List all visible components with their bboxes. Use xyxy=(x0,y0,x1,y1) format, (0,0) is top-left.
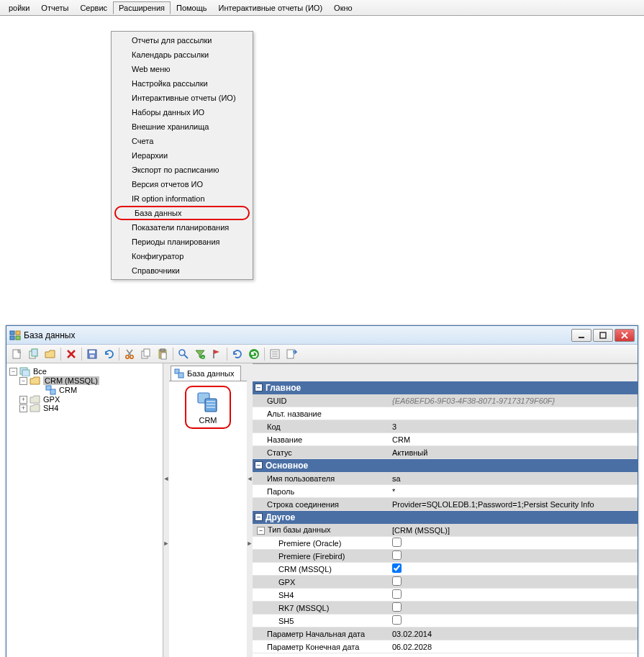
dd-web-menu[interactable]: Web меню xyxy=(112,62,253,76)
collapse-icon[interactable]: − xyxy=(257,527,265,535)
tb-open-icon[interactable] xyxy=(42,346,58,362)
dd-mailing-calendar[interactable]: Календарь рассылки xyxy=(112,47,253,62)
section-main[interactable]: −Главное xyxy=(253,381,638,394)
prop-val-status[interactable]: Активный xyxy=(389,448,638,458)
prop-key-firebird: Premiere (Firebird) xyxy=(253,551,389,561)
folder-stack-icon xyxy=(19,366,31,376)
dd-reports-mailing[interactable]: Отчеты для рассылки xyxy=(112,33,253,47)
prop-val-start-date[interactable]: 03.02.2014 xyxy=(389,629,638,639)
collapse-icon[interactable]: − xyxy=(9,368,17,376)
tree-node-crm-mssql[interactable]: − CRM (MSSQL) xyxy=(9,376,160,385)
tb-save-icon[interactable] xyxy=(84,346,100,362)
chk-sh5[interactable] xyxy=(392,615,402,625)
tb-refresh-blue-icon[interactable] xyxy=(230,346,245,362)
collapse-icon[interactable]: − xyxy=(255,461,263,469)
menu-reports[interactable]: Отчеты xyxy=(35,1,74,14)
dd-planning-periods[interactable]: Периоды планирования xyxy=(112,235,253,249)
tb-export-icon[interactable] xyxy=(284,346,299,362)
menu-interactive-reports[interactable]: Интерактивные отчеты (ИО) xyxy=(213,1,329,14)
dd-ir-option[interactable]: IR option information xyxy=(112,191,253,206)
menu-extensions[interactable]: Расширения xyxy=(113,1,171,14)
section-other[interactable]: −Другое xyxy=(253,511,638,524)
tb-cut-icon[interactable] xyxy=(122,346,137,362)
dd-hierarchies[interactable]: Иерархии xyxy=(112,148,253,163)
prop-key-user: Имя пользователя xyxy=(253,474,389,484)
dd-accounts[interactable]: Счета xyxy=(112,134,253,148)
titlebar[interactable]: База данных xyxy=(6,326,638,345)
prop-val-altname[interactable] xyxy=(389,413,638,414)
prop-val-dbtype[interactable]: [CRM (MSSQL)] xyxy=(389,525,638,535)
chk-sh4[interactable] xyxy=(392,589,402,599)
dd-io-datasets[interactable]: Наборы данных ИО xyxy=(112,105,253,119)
tb-delete-icon[interactable] xyxy=(63,346,79,362)
dd-mailing-settings[interactable]: Настройка рассылки xyxy=(112,76,253,91)
prop-val-guid[interactable]: {EA68EFD6-9F03-4F38-8071-97173179F60F} xyxy=(389,396,638,406)
dd-io-version[interactable]: Версия отчетов ИО xyxy=(112,177,253,191)
chk-crm-mssql[interactable] xyxy=(392,563,402,573)
maximize-button[interactable] xyxy=(593,329,613,342)
svg-rect-21 xyxy=(144,349,150,356)
tree-root[interactable]: − Все xyxy=(9,366,160,376)
prop-val-password[interactable]: * xyxy=(389,486,638,497)
tb-new-icon[interactable] xyxy=(9,346,25,362)
prop-key-name: Название xyxy=(253,435,389,445)
tree-node-label: GPX xyxy=(43,395,60,404)
prop-val-connstr[interactable]: Provider=SQLOLEDB.1;Password=1;Persist S… xyxy=(389,499,638,509)
tb-filter-green-icon[interactable]: + xyxy=(192,346,208,362)
tree-node-sh4[interactable]: + SH4 xyxy=(9,404,160,412)
collapse-icon[interactable]: − xyxy=(19,377,27,385)
menu-settings[interactable]: ройки xyxy=(3,1,35,14)
minimize-button[interactable] xyxy=(571,329,591,342)
chk-gpx[interactable] xyxy=(392,576,402,586)
close-button[interactable] xyxy=(614,329,635,342)
tree-node-gpx[interactable]: + GPX xyxy=(9,395,160,404)
database-large-icon xyxy=(196,391,219,413)
prop-val-user[interactable]: sa xyxy=(389,474,638,484)
prop-val-name[interactable]: CRM xyxy=(389,435,638,445)
property-grid: −Главное GUID{EA68EFD6-9F03-4F38-8071-97… xyxy=(253,363,638,657)
chk-oracle[interactable] xyxy=(392,538,402,547)
dd-configurator[interactable]: Конфигуратор xyxy=(112,249,253,263)
tb-undo-icon[interactable] xyxy=(101,346,117,362)
tb-list-icon[interactable] xyxy=(267,346,283,362)
collapse-icon[interactable]: − xyxy=(255,384,263,391)
splitter-2[interactable]: ◄ ► xyxy=(247,363,253,657)
expand-icon[interactable]: + xyxy=(19,404,27,412)
svg-rect-2 xyxy=(16,331,20,335)
dd-references[interactable]: Справочники xyxy=(112,263,253,278)
menu-window[interactable]: Окно xyxy=(328,1,358,14)
center-pane: База данных CRM xyxy=(169,363,247,657)
tb-copy-icon[interactable] xyxy=(26,346,42,362)
chk-rk7[interactable] xyxy=(392,602,402,612)
dd-external-storage[interactable]: Внешние хранилища xyxy=(112,119,253,134)
section-primary[interactable]: −Основное xyxy=(253,459,638,472)
collapse-icon[interactable]: − xyxy=(255,513,263,521)
tree-node-label: CRM (MSSQL) xyxy=(43,376,99,385)
tree-leaf-crm[interactable]: CRM xyxy=(9,385,160,395)
tree-root-label: Все xyxy=(33,367,47,376)
svg-line-26 xyxy=(184,355,188,358)
splitter[interactable]: ◄ ► xyxy=(163,363,169,657)
dd-scheduled-export[interactable]: Экспорт по расписанию xyxy=(112,163,253,177)
prop-val-code[interactable]: 3 xyxy=(389,422,638,432)
dd-database[interactable]: База данных xyxy=(114,206,250,220)
tb-copy2-icon[interactable] xyxy=(138,346,154,362)
dd-planning-indicators[interactable]: Показатели планирования xyxy=(112,220,253,235)
prop-key-dbtype[interactable]: −Тип базы данных xyxy=(253,525,389,535)
prop-val-end-date[interactable]: 06.02.2028 xyxy=(389,642,638,652)
svg-rect-38 xyxy=(50,389,55,394)
tb-search-icon[interactable] xyxy=(176,346,191,362)
chk-firebird[interactable] xyxy=(392,550,402,560)
svg-text:+: + xyxy=(201,355,204,359)
tab-database[interactable]: База данных xyxy=(171,366,241,381)
tb-paste-icon[interactable] xyxy=(155,346,171,362)
menu-service[interactable]: Сервис xyxy=(74,1,113,14)
db-item-crm[interactable]: CRM xyxy=(185,386,231,429)
dd-interactive-reports[interactable]: Интерактивные отчеты (ИО) xyxy=(112,91,253,105)
tb-refresh-green-icon[interactable] xyxy=(246,346,262,362)
window-icon xyxy=(9,330,21,341)
tb-flag-icon[interactable] xyxy=(209,346,225,362)
expand-icon[interactable]: + xyxy=(19,396,27,404)
menu-help[interactable]: Помощь xyxy=(171,1,213,14)
svg-point-16 xyxy=(126,355,129,358)
